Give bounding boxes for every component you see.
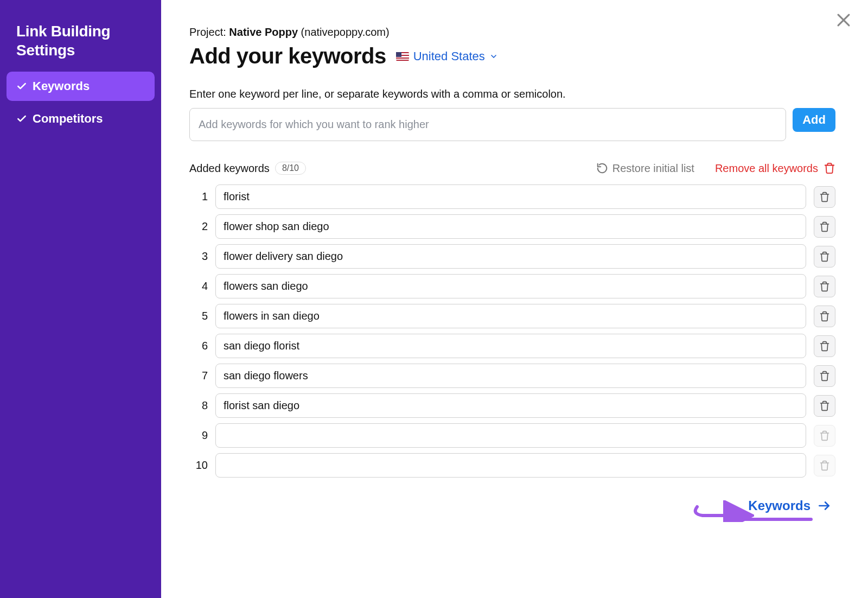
keyword-row: 6 xyxy=(189,334,835,358)
keyword-row: 10 xyxy=(189,453,835,478)
keyword-field[interactable] xyxy=(215,393,806,418)
delete-keyword-button[interactable] xyxy=(814,335,835,357)
keywords-count-pill: 8/10 xyxy=(275,162,306,175)
keyword-field[interactable] xyxy=(215,185,806,209)
add-button[interactable]: Add xyxy=(793,108,835,132)
remove-all-label: Remove all keywords xyxy=(715,162,818,175)
keyword-row: 9 xyxy=(189,423,835,448)
delete-keyword-button[interactable] xyxy=(814,246,835,268)
keyword-number: 9 xyxy=(189,429,208,442)
sidebar: Link Building Settings Keywords Competit… xyxy=(0,0,161,598)
page-title: Add your keywords xyxy=(189,44,386,68)
sidebar-item-label: Keywords xyxy=(33,79,90,93)
keyword-field[interactable] xyxy=(215,423,806,448)
remove-all-keywords[interactable]: Remove all keywords xyxy=(715,162,835,175)
keyword-number: 7 xyxy=(189,370,208,382)
keyword-field[interactable] xyxy=(215,244,806,269)
instruction-text: Enter one keyword per line, or separate … xyxy=(189,88,835,100)
close-icon xyxy=(834,11,853,29)
country-label: United States xyxy=(413,49,485,63)
delete-keyword-button[interactable] xyxy=(814,306,835,327)
annotation-underline xyxy=(742,518,813,521)
sidebar-item-competitors[interactable]: Competitors xyxy=(7,104,155,133)
us-flag-icon xyxy=(396,52,409,61)
trash-icon xyxy=(819,311,830,322)
country-picker[interactable]: United States xyxy=(396,49,498,63)
keyword-field[interactable] xyxy=(215,334,806,358)
next-label: Keywords xyxy=(748,498,810,513)
delete-keyword-button[interactable] xyxy=(814,186,835,208)
keyword-field[interactable] xyxy=(215,364,806,388)
next-keywords-link[interactable]: Keywords xyxy=(748,498,831,513)
project-line: Project: Native Poppy (nativepoppy.com) xyxy=(189,26,835,39)
check-icon xyxy=(16,113,27,124)
keyword-row: 4 xyxy=(189,274,835,298)
keyword-field[interactable] xyxy=(215,274,806,298)
sidebar-title: Link Building Settings xyxy=(7,22,155,72)
annotation-arrow-icon xyxy=(689,500,754,522)
delete-keyword-button[interactable] xyxy=(814,365,835,387)
keyword-number: 3 xyxy=(189,250,208,263)
keyword-field[interactable] xyxy=(215,304,806,328)
project-domain: (nativepoppy.com) xyxy=(298,26,390,38)
trash-icon xyxy=(819,430,830,441)
trash-icon xyxy=(819,400,830,411)
keyword-row: 5 xyxy=(189,304,835,328)
trash-icon xyxy=(819,460,830,471)
added-keywords-header: Added keywords 8/10 Restore initial list… xyxy=(189,162,835,175)
trash-icon xyxy=(819,281,830,292)
sidebar-item-keywords[interactable]: Keywords xyxy=(7,72,155,101)
keyword-field[interactable] xyxy=(215,214,806,239)
keyword-number: 10 xyxy=(189,459,208,472)
arrow-right-icon xyxy=(817,499,831,513)
keyword-row: 8 xyxy=(189,393,835,418)
keyword-row: 2 xyxy=(189,214,835,239)
project-prefix: Project: xyxy=(189,26,229,38)
added-keywords-label: Added keywords xyxy=(189,162,270,175)
trash-icon xyxy=(819,192,830,202)
delete-keyword-button[interactable] xyxy=(814,216,835,238)
keyword-number: 5 xyxy=(189,310,208,322)
keyword-number: 1 xyxy=(189,190,208,203)
delete-keyword-button xyxy=(814,455,835,476)
next-row: Keywords xyxy=(189,498,835,513)
trash-icon xyxy=(819,221,830,232)
keyword-row: 3 xyxy=(189,244,835,269)
title-row: Add your keywords United States xyxy=(189,44,835,68)
trash-icon xyxy=(824,162,835,174)
add-keyword-row: Add xyxy=(189,108,835,141)
keyword-field[interactable] xyxy=(215,453,806,478)
project-name: Native Poppy xyxy=(229,26,298,38)
close-button[interactable] xyxy=(834,11,853,31)
keyword-row: 1 xyxy=(189,185,835,209)
keyword-number: 2 xyxy=(189,220,208,233)
keyword-number: 4 xyxy=(189,280,208,292)
trash-icon xyxy=(819,341,830,352)
keyword-number: 6 xyxy=(189,340,208,352)
trash-icon xyxy=(819,251,830,262)
sidebar-item-label: Competitors xyxy=(33,112,103,126)
restore-initial-list[interactable]: Restore initial list xyxy=(596,162,694,175)
delete-keyword-button[interactable] xyxy=(814,276,835,297)
delete-keyword-button[interactable] xyxy=(814,395,835,417)
check-icon xyxy=(16,81,27,92)
trash-icon xyxy=(819,371,830,381)
keyword-row: 7 xyxy=(189,364,835,388)
keyword-input[interactable] xyxy=(189,108,786,141)
chevron-down-icon xyxy=(489,52,498,61)
restore-icon xyxy=(596,162,608,174)
delete-keyword-button xyxy=(814,425,835,447)
keyword-number: 8 xyxy=(189,399,208,412)
restore-label: Restore initial list xyxy=(612,162,694,175)
main-content: Project: Native Poppy (nativepoppy.com) … xyxy=(161,0,868,598)
